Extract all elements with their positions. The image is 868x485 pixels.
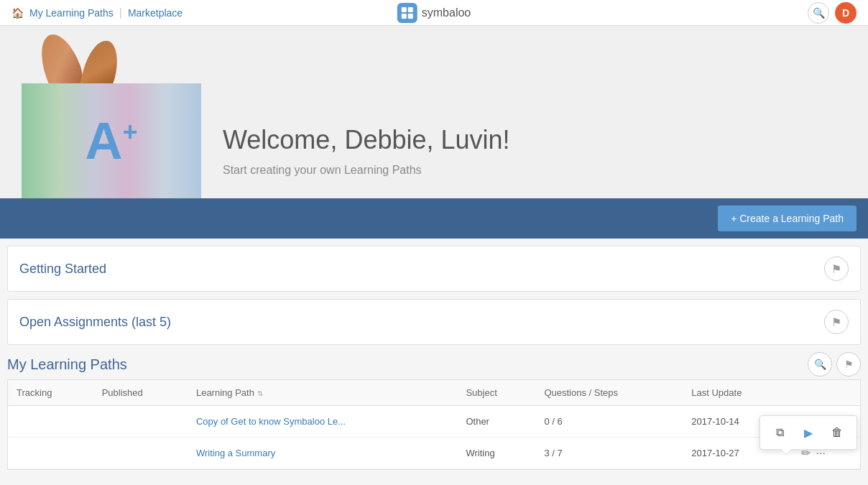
th-published: Published <box>93 380 188 406</box>
td-questions-steps-1: 3 / 7 <box>535 438 683 469</box>
td-subject-0: Other <box>457 406 535 438</box>
assignment-icon: ⚑ <box>831 315 841 329</box>
action-popup: ⧉ ▶ 🗑 <box>760 415 857 450</box>
search-icon: 🔍 <box>814 359 826 370</box>
my-learning-paths-title: My Learning Paths <box>7 356 127 373</box>
flag-icon: ⚑ <box>831 262 841 276</box>
td-learning-path-0: Copy of Get to know Symbaloo Le... <box>188 406 458 438</box>
logo-icon <box>397 3 417 23</box>
table-header-row: Tracking Published Learning Path ⇅ Subje… <box>8 380 860 406</box>
hero-content: Welcome, Debbie, Luvin! Start creating y… <box>223 125 510 198</box>
learning-path-link-0[interactable]: Copy of Get to know Symbaloo Le... <box>196 416 346 427</box>
mlp-search-button[interactable]: 🔍 <box>808 352 832 377</box>
delete-icon: 🗑 <box>831 426 843 439</box>
user-avatar[interactable]: D <box>835 2 857 24</box>
open-assignments-section[interactable]: Open Assignments (last 5) ⚑ <box>7 299 861 345</box>
table-row: Writing a Summary Writing 3 / 7 2017-10-… <box>8 438 860 469</box>
logo-text: symbaloo <box>422 6 471 19</box>
create-learning-path-button[interactable]: + Create a Learning Path <box>718 205 857 231</box>
navbar: 🏠 My Learning Paths | Marketplace symbal… <box>0 0 868 26</box>
nav-links: 🏠 My Learning Paths | Marketplace <box>11 6 183 19</box>
play-icon: ▶ <box>804 426 813 440</box>
open-assignments-title: Open Assignments (last 5) <box>19 315 171 330</box>
popup-arrow <box>780 449 792 455</box>
mlp-actions: 🔍 ⚑ <box>808 352 861 377</box>
learning-paths-table: Tracking Published Learning Path ⇅ Subje… <box>7 379 861 470</box>
td-published-1 <box>93 438 188 469</box>
td-learning-path-1: Writing a Summary <box>188 438 458 469</box>
popup-play-button[interactable]: ▶ <box>798 422 819 443</box>
td-subject-1: Writing <box>457 438 535 469</box>
nav-right: 🔍 D <box>808 2 857 24</box>
svg-rect-3 <box>408 14 413 19</box>
logo: symbaloo <box>397 3 471 23</box>
copy-icon: ⧉ <box>776 426 784 439</box>
mlp-filter-button[interactable]: ⚑ <box>836 352 861 377</box>
hero-aplus-card: A+ <box>22 83 201 198</box>
hero-sub-text: Start creating your own Learning Paths <box>223 164 510 177</box>
th-learning-path[interactable]: Learning Path ⇅ <box>188 380 458 406</box>
home-icon: 🏠 <box>11 7 24 19</box>
my-learning-paths-header: My Learning Paths 🔍 ⚑ <box>7 352 861 377</box>
hero-section: A+ Welcome, Debbie, Luvin! Start creatin… <box>0 26 868 198</box>
getting-started-title: Getting Started <box>19 262 106 277</box>
search-icon: 🔍 <box>813 7 825 19</box>
nav-search-button[interactable]: 🔍 <box>808 2 829 24</box>
td-tracking-1 <box>8 438 93 469</box>
th-learning-path-label: Learning Path <box>196 387 254 398</box>
th-last-update: Last Update <box>683 380 792 406</box>
th-actions <box>793 380 860 406</box>
svg-rect-2 <box>402 14 407 19</box>
svg-rect-1 <box>408 7 413 12</box>
svg-rect-0 <box>402 7 407 12</box>
getting-started-icon: ⚑ <box>824 257 849 281</box>
popup-delete-button[interactable]: 🗑 <box>826 422 848 443</box>
hero-welcome-text: Welcome, Debbie, Luvin! <box>223 125 510 155</box>
th-tracking: Tracking <box>8 380 93 406</box>
th-subject: Subject <box>457 380 535 406</box>
th-questions-steps: Questions / Steps <box>535 380 683 406</box>
sort-icon: ⇅ <box>257 389 263 397</box>
open-assignments-icon: ⚑ <box>824 310 849 334</box>
getting-started-section[interactable]: Getting Started ⚑ <box>7 246 861 292</box>
aplus-text: A+ <box>85 115 137 167</box>
toolbar-bar: + Create a Learning Path <box>0 198 868 239</box>
td-published-0 <box>93 406 188 438</box>
filter-icon: ⚑ <box>844 359 854 370</box>
my-learning-paths-link[interactable]: My Learning Paths <box>29 7 114 19</box>
td-tracking-0 <box>8 406 93 438</box>
nav-separator: | <box>119 6 122 19</box>
popup-copy-button[interactable]: ⧉ <box>769 422 790 443</box>
table-row: Copy of Get to know Symbaloo Le... Other… <box>8 406 860 438</box>
td-questions-steps-0: 0 / 6 <box>535 406 683 438</box>
marketplace-link[interactable]: Marketplace <box>128 7 183 19</box>
learning-path-link-1[interactable]: Writing a Summary <box>196 448 275 458</box>
